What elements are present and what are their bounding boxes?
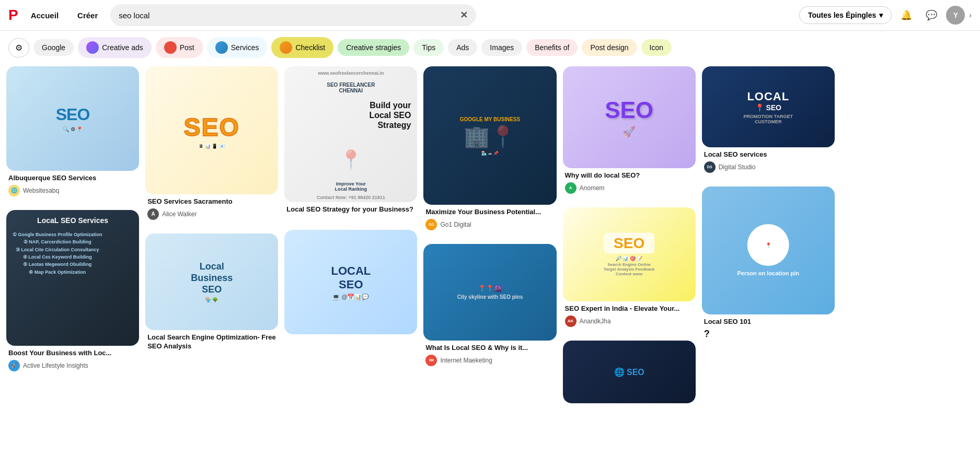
pin-author: 🌐 Websitesabq [8,185,137,196]
pill-creative-ads[interactable]: Creative ads [78,37,152,58]
pin-info: Why will do local SEO? A Anomem [563,168,696,195]
grid-col-4: GOOGLE MY BUSINESS 🏢📍 🏪 ☁ 📌 Maximize You… [423,66,556,373]
pin-card[interactable]: 📍📍🌆 City skyline with SEO pins What Is L… [423,244,556,367]
pin-card[interactable]: 🌐 SEO [563,341,696,403]
pill-benefits-of[interactable]: Benefits of [526,39,578,56]
pill-services-label: Services [231,43,259,52]
pin-info: Boost Your Business with Loc... 🚀 Active… [6,346,139,372]
author-name: Internet Maeketing [440,357,492,364]
pin-title: Local SEO services [704,150,833,159]
pin-title: Maximize Your Business Potential... [425,208,554,217]
pin-card[interactable]: GOOGLE MY BUSINESS 🏢📍 🏪 ☁ 📌 Maximize You… [423,66,556,231]
pill-creative-ads-label: Creative ads [102,43,143,52]
author-name: Go1 Digital [440,221,471,228]
pill-google[interactable]: Google [33,39,74,56]
pin-card[interactable]: LocalBusinessSEO 🏪 🌳 Local Search Engine… [145,233,278,354]
filter-chevron-icon: ▾ [879,11,883,19]
filter-button[interactable]: Toutes les Épingles ▾ [799,6,892,24]
author-name: Anomem [580,184,605,192]
pin-title: Boost Your Business with Loc... [8,349,137,358]
pill-post-label: Post [180,43,194,52]
search-input[interactable] [119,11,456,20]
pill-post-img [164,41,177,54]
author-name: Digital Studio [719,163,756,171]
pin-card[interactable]: LOCAL SEO 💻 @📅📊💬 [284,230,417,334]
pin-info: Albuquerque SEO Services 🌐 Websitesabq [6,171,139,197]
pin-author: A Alice Walker [147,208,276,220]
pin-info: Local SEO services DS Digital Studio [702,147,835,174]
pin-author: ? [704,329,833,340]
pin-title: Local SEO 101 [704,318,833,326]
pin-title: Local Search Engine Optimization- Free S… [147,333,276,351]
message-icon: 💬 [926,9,937,21]
create-nav[interactable]: Créer [71,7,104,24]
pill-checklist-label: Checklist [295,43,325,52]
pin-info: SEO Expert in India - Elevate Your... AK… [563,301,696,328]
pin-title: Albuquerque SEO Services [8,174,137,183]
pin-info: Local Search Engine Optimization- Free S… [145,330,278,354]
author-avatar: A [147,208,159,220]
filter-settings-button[interactable]: ⚙ [8,38,29,57]
author-name: Active Lifestyle Insights [23,362,88,369]
pill-images-label: Images [490,43,514,52]
author-name: Websitesabq [23,187,59,194]
pin-title: SEO Services Sacramento [147,197,276,206]
pin-author: 🚀 Active Lifestyle Insights [8,360,137,371]
pinterest-logo[interactable]: P [8,7,18,24]
author-avatar: A [565,182,577,194]
author-name: AnandkJha [580,318,611,325]
account-chevron-icon[interactable]: › [969,11,972,19]
pin-author: IM Internet Maeketing [425,355,554,366]
pin-author: DS Digital Studio [704,161,833,173]
pin-card[interactable]: SEO 🖥 📊 📱 📧 SEO Services Sacramento A Al… [145,66,278,221]
pill-creative-stragies[interactable]: Creative stragies [338,39,409,56]
home-nav[interactable]: Accueil [25,7,65,24]
question-mark: ? [704,329,710,340]
pill-benefits-of-label: Benefits of [535,43,569,52]
pill-ads-label: Ads [456,43,469,52]
author-avatar: G1 [425,219,437,230]
search-bar: ✕ [110,4,476,26]
pill-post[interactable]: Post [156,37,203,58]
pin-title: What Is Local SEO & Why is it... [425,344,554,353]
message-button[interactable]: 💬 [921,5,942,26]
pill-tips[interactable]: Tips [413,39,444,56]
pin-author: A Anomem [565,182,694,194]
pill-post-design[interactable]: Post design [582,39,637,56]
pill-images[interactable]: Images [481,39,522,56]
pin-grid: SEO 🔍 ⚙ 📍 Albuquerque SEO Services 🌐 Web… [0,64,980,412]
pin-card[interactable]: SEO 🔍 ⚙ 📍 Albuquerque SEO Services 🌐 Web… [6,66,139,197]
pill-tips-label: Tips [422,43,435,52]
user-avatar[interactable]: Y [946,6,965,25]
pill-google-label: Google [42,43,65,52]
pin-card[interactable]: LocaL SEO Services ① Google Business Pro… [6,210,139,372]
pin-info: What Is Local SEO & Why is it... IM Inte… [423,341,556,367]
grid-col-6: LOCAL 📍 SEO PROMOTION TARGET CUSTOMER Lo… [702,66,835,347]
grid-col-5: SEO 🚀 Why will do local SEO? A Anomem S [563,66,696,410]
grid-col-1: SEO 🔍 ⚙ 📍 Albuquerque SEO Services 🌐 Web… [6,66,139,379]
pin-info: Local SEO Strategy for your Business? [284,202,417,217]
search-clear-icon[interactable]: ✕ [460,9,468,21]
header: P Accueil Créer ✕ Toutes les Épingles ▾ … [0,0,980,31]
sliders-icon: ⚙ [15,43,22,53]
pill-ads[interactable]: Ads [448,39,477,56]
pill-creative-stragies-label: Creative stragies [346,43,401,52]
pin-card[interactable]: 📍 Person on location pin Local SEO 101 ? [702,186,835,341]
pin-title: Local SEO Strategy for your Business? [286,205,415,214]
pill-creative-ads-img [86,41,99,54]
author-avatar: DS [704,161,716,173]
pin-card[interactable]: SEO 🔎 📊 🎯 📝 Search Engine OnlineTarget A… [563,207,696,328]
pin-author: AK AnandkJha [565,315,694,327]
pin-author: G1 Go1 Digital [425,219,554,230]
pin-card[interactable]: www.seofreelancerchennai.in SEO FREELANC… [284,66,417,217]
pin-card[interactable]: SEO 🚀 Why will do local SEO? A Anomem [563,66,696,195]
filter-label: Toutes les Épingles [808,11,876,19]
pill-icon[interactable]: Icon [641,39,672,56]
pill-services-img [215,41,228,54]
pin-card[interactable]: LOCAL 📍 SEO PROMOTION TARGET CUSTOMER Lo… [702,66,835,174]
pill-checklist[interactable]: Checklist [271,37,333,58]
notification-button[interactable]: 🔔 [896,5,917,26]
pin-info: SEO Services Sacramento A Alice Walker [145,194,278,221]
pin-title: Why will do local SEO? [565,171,694,180]
pill-services[interactable]: Services [207,37,268,58]
